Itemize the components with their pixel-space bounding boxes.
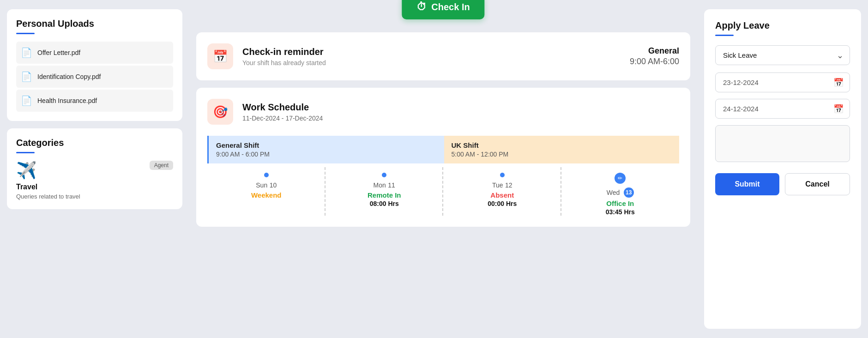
personal-uploads-card: Personal Uploads 📄 Offer Letter.pdf 📄 Id… bbox=[7, 9, 182, 121]
categories-underline bbox=[16, 152, 35, 153]
categories-title: Categories bbox=[16, 138, 173, 148]
list-item[interactable]: 📄 Identification Copy.pdf bbox=[16, 66, 173, 88]
file-name: Offer Letter.pdf bbox=[37, 49, 80, 56]
day-status: Office In bbox=[606, 199, 634, 207]
day-label: Wed bbox=[607, 189, 620, 196]
checkin-icon: ⏱ bbox=[416, 1, 427, 13]
right-panel: Apply Leave Sick Leave Casual Leave Annu… bbox=[697, 0, 868, 338]
list-item[interactable]: 📄 Offer Letter.pdf bbox=[16, 42, 173, 64]
day-badge: 13 bbox=[624, 187, 634, 198]
personal-uploads-underline bbox=[16, 33, 35, 34]
checkin-label: Check In bbox=[431, 2, 470, 12]
day-num: 11 bbox=[388, 181, 395, 189]
travel-category-item[interactable]: Agent ✈️ Travel Queries related to trave… bbox=[16, 161, 173, 200]
reminder-title: Check-in reminder bbox=[242, 47, 621, 57]
pdf-icon: 📄 bbox=[20, 46, 33, 59]
general-shift-bar: General Shift 9:00 AM - 6:00 PM bbox=[209, 136, 444, 163]
apply-leave-underline bbox=[715, 35, 734, 36]
schedule-info: Work Schedule 11-Dec-2024 - 17-Dec-2024 bbox=[242, 102, 323, 122]
leave-reason-textarea[interactable] bbox=[715, 125, 850, 162]
file-name: Identification Copy.pdf bbox=[37, 73, 101, 80]
day-status: Remote In bbox=[368, 191, 401, 199]
middle-panel: ⏱ Check In 📅 Check-in reminder Your shif… bbox=[189, 0, 697, 338]
submit-button[interactable]: Submit bbox=[715, 173, 779, 195]
reminder-text: Check-in reminder Your shift has already… bbox=[242, 47, 621, 66]
day-column-wed: ✏ Wed 13 Office In 03:45 Hrs bbox=[561, 167, 680, 216]
day-column-tue: Tue 12 Absent 00:00 Hrs bbox=[443, 167, 561, 216]
checkin-reminder-card: 📅 Check-in reminder Your shift has alrea… bbox=[196, 32, 690, 80]
reminder-subtitle: Your shift has already started bbox=[242, 59, 621, 66]
leave-type-wrapper: Sick Leave Casual Leave Annual Leave ⌄ bbox=[715, 45, 850, 65]
travel-title: Travel bbox=[16, 183, 37, 191]
end-date-input[interactable] bbox=[715, 99, 850, 119]
apply-leave-title: Apply Leave bbox=[715, 20, 850, 31]
day-dot bbox=[264, 173, 269, 177]
start-date-wrapper: 📅 bbox=[715, 72, 850, 92]
shift-bars: General Shift 9:00 AM - 6:00 PM UK Shift… bbox=[207, 136, 679, 163]
day-label: Tue bbox=[492, 181, 503, 189]
list-item[interactable]: 📄 Health Insurance.pdf bbox=[16, 90, 173, 112]
day-hours: 03:45 Hrs bbox=[606, 208, 635, 216]
start-date-input[interactable] bbox=[715, 72, 850, 92]
left-panel: Personal Uploads 📄 Offer Letter.pdf 📄 Id… bbox=[0, 0, 189, 338]
general-shift-name: General Shift bbox=[216, 141, 437, 149]
reminder-shift-time: 9:00 AM-6:00 bbox=[630, 57, 679, 66]
travel-description: Queries related to travel bbox=[16, 193, 80, 200]
day-columns: Sun 10 Weekend Mon 11 Remote In 08:00 Hr… bbox=[207, 167, 679, 216]
day-hours: 08:00 Hrs bbox=[370, 200, 399, 207]
pdf-icon: 📄 bbox=[20, 94, 33, 107]
uk-shift-time: 5:00 AM - 12:00 PM bbox=[452, 151, 672, 158]
categories-card: Categories Agent ✈️ Travel Queries relat… bbox=[7, 128, 182, 209]
agent-badge: Agent bbox=[150, 161, 173, 170]
file-name: Health Insurance.pdf bbox=[37, 97, 97, 104]
personal-uploads-title: Personal Uploads bbox=[16, 18, 173, 29]
end-date-wrapper: 📅 bbox=[715, 99, 850, 119]
general-shift-time: 9:00 AM - 6:00 PM bbox=[216, 151, 437, 158]
day-column-mon: Mon 11 Remote In 08:00 Hrs bbox=[326, 167, 444, 216]
day-status: Absent bbox=[490, 191, 514, 199]
day-dot bbox=[382, 173, 386, 177]
schedule-dates: 11-Dec-2024 - 17-Dec-2024 bbox=[242, 115, 323, 122]
day-status: Weekend bbox=[251, 191, 282, 199]
day-hours: 00:00 Hrs bbox=[488, 200, 517, 207]
reminder-shift-label: General bbox=[630, 46, 679, 56]
work-schedule-card: 🎯 Work Schedule 11-Dec-2024 - 17-Dec-202… bbox=[196, 88, 690, 227]
travel-icon: ✈️ bbox=[16, 161, 37, 180]
leave-type-select[interactable]: Sick Leave Casual Leave Annual Leave bbox=[715, 45, 850, 65]
uk-shift-bar: UK Shift 5:00 AM - 12:00 PM bbox=[444, 136, 680, 163]
day-label: Mon bbox=[374, 181, 386, 189]
checkin-button[interactable]: ⏱ Check In bbox=[402, 0, 484, 19]
day-dot bbox=[500, 173, 505, 177]
file-list: 📄 Offer Letter.pdf 📄 Identification Copy… bbox=[16, 42, 173, 112]
apply-leave-card: Apply Leave Sick Leave Casual Leave Annu… bbox=[704, 9, 861, 329]
schedule-header: 🎯 Work Schedule 11-Dec-2024 - 17-Dec-202… bbox=[207, 99, 679, 125]
schedule-icon: 🎯 bbox=[207, 99, 233, 125]
cancel-button[interactable]: Cancel bbox=[785, 173, 850, 195]
day-column-sun: Sun 10 Weekend bbox=[207, 167, 326, 216]
day-num: 10 bbox=[270, 181, 277, 189]
pdf-icon: 📄 bbox=[20, 70, 33, 83]
reminder-icon: 📅 bbox=[207, 43, 233, 69]
schedule-title: Work Schedule bbox=[242, 102, 323, 113]
uk-shift-name: UK Shift bbox=[452, 141, 672, 149]
day-num: 12 bbox=[505, 181, 512, 189]
leave-actions: Submit Cancel bbox=[715, 173, 850, 195]
day-label: Sun bbox=[256, 181, 267, 189]
edit-dot: ✏ bbox=[615, 173, 626, 184]
reminder-shift-info: General 9:00 AM-6:00 bbox=[630, 46, 679, 66]
